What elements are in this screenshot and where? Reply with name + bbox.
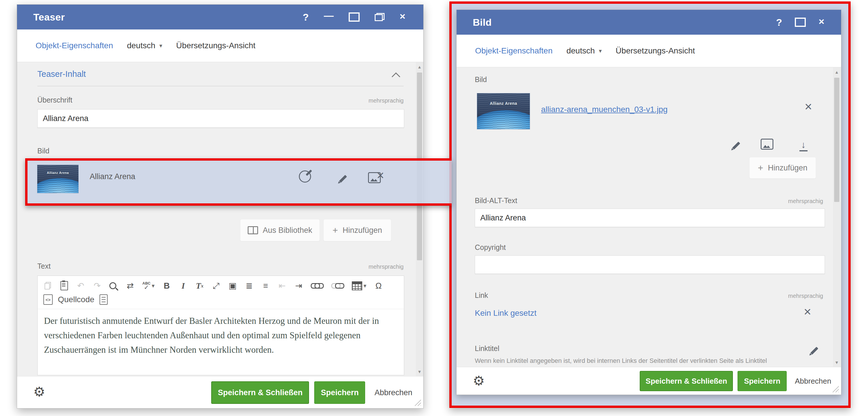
copyright-input[interactable] [475, 255, 825, 274]
scrollbar-thumb[interactable] [834, 78, 839, 202]
special-char-icon[interactable]: Ω [374, 280, 383, 291]
collapse-icon[interactable] [392, 72, 400, 81]
outdent-icon[interactable]: ⇤ [278, 280, 286, 291]
plus-icon: + [333, 225, 338, 236]
bullet-list-icon[interactable]: ≡ [261, 280, 270, 291]
image-thumbnail[interactable]: Allianz Arena [37, 165, 79, 193]
close-icon[interactable]: × [400, 11, 405, 21]
maximize-editor-icon[interactable]: ⤢ [212, 280, 220, 291]
locale-label: deutsch [566, 46, 595, 56]
add-image-button[interactable]: + Hinzufügen [323, 219, 391, 241]
section-teaser-inhalt[interactable]: Teaser-Inhalt [37, 69, 86, 79]
bild-footer: ⚙ Speichern & Schließen Speichern Abbrec… [457, 367, 841, 394]
remove-icon[interactable]: × [805, 100, 812, 113]
scroll-up-icon[interactable]: ▲ [416, 64, 423, 69]
unlink-icon[interactable] [331, 280, 344, 291]
scroll-up-icon[interactable]: ▲ [833, 70, 840, 74]
scroll-down-icon[interactable]: ▼ [416, 369, 423, 374]
tab-translation-view[interactable]: Übersetzungs-Ansicht [176, 41, 255, 50]
scrollbar-vertical[interactable]: ▲ ▼ [833, 67, 840, 367]
ueberschrift-value: Allianz Arena [43, 114, 89, 123]
annotation-dialog-frame: Bild ? × Objekt-Eigenschaften deutsch ▾ … [450, 1, 850, 408]
maximize-icon[interactable] [349, 12, 360, 22]
image-thumbnail[interactable]: Allianz Arena [477, 93, 530, 130]
thumbnail-caption: Allianz Arena [477, 101, 530, 106]
section-divider [37, 86, 404, 86]
bild-titlebar[interactable]: Bild ? × [457, 10, 841, 35]
detach-window-icon[interactable] [375, 13, 384, 21]
link-label: Link [475, 291, 488, 300]
alt-text-value: Allianz Arena [480, 213, 526, 222]
save-close-label: Speichern & Schließen [218, 388, 303, 397]
alt-text-label: Bild-ALT-Text [475, 197, 517, 205]
source-code-icon[interactable]: <> [43, 294, 53, 305]
teaser-titlebar[interactable]: Teaser ? — × [17, 5, 423, 30]
remove-icon[interactable]: × [377, 169, 384, 182]
remove-link-icon[interactable]: × [804, 305, 811, 318]
find-icon[interactable] [110, 280, 118, 291]
bild-form: Bild Allianz Arena allianz-arena_muenche… [457, 67, 841, 367]
scrollbar-vertical[interactable]: ▲ ▼ [416, 62, 423, 376]
maximize-icon[interactable] [795, 18, 806, 27]
ueberschrift-input[interactable]: Allianz Arena [37, 109, 404, 128]
indent-icon[interactable]: ⇥ [294, 280, 303, 291]
help-icon[interactable]: ? [776, 18, 782, 27]
templates-icon[interactable] [99, 294, 107, 305]
bold-icon[interactable]: B [162, 280, 171, 291]
rte-text-area[interactable]: Der futuristisch anmutende Entwurf der B… [38, 309, 404, 357]
close-icon[interactable]: × [818, 16, 824, 26]
gear-icon[interactable]: ⚙ [33, 385, 45, 398]
italic-icon[interactable]: I [179, 280, 187, 291]
locale-dropdown[interactable]: deutsch ▾ [566, 46, 602, 56]
link-status: Kein Link gesetzt [475, 309, 536, 318]
numbered-list-icon[interactable]: ≣ [245, 280, 253, 291]
tab-object-properties[interactable]: Objekt-Eigenschaften [36, 41, 113, 50]
multilingual-badge: mehrsprachig [369, 264, 404, 270]
alt-text-input[interactable]: Allianz Arena [475, 209, 825, 227]
source-code-label[interactable]: Quellcode [58, 295, 94, 304]
multilingual-badge: mehrsprachig [788, 198, 823, 205]
open-in-tab-icon[interactable] [299, 170, 311, 182]
richtext-editor: ↶ ↷ ⇄ ABC✓ ▾ B I Tx ⤢ ▣ ≣ ≡ ⇤ ⇥ ▾ [37, 276, 404, 375]
remove-format-icon[interactable]: Tx [195, 280, 204, 291]
edit-icon[interactable] [732, 142, 740, 150]
save-label: Speichern [321, 388, 359, 397]
replace-icon[interactable]: ⇄ [126, 280, 134, 291]
save-button[interactable]: Speichern [314, 381, 365, 404]
spellcheck-icon[interactable]: ABC✓ ▾ [142, 280, 155, 291]
locale-dropdown[interactable]: deutsch ▾ [127, 41, 162, 50]
link-icon[interactable] [311, 280, 323, 291]
redo-icon[interactable]: ↷ [93, 280, 101, 291]
copy-icon[interactable] [43, 280, 52, 291]
plus-icon: + [758, 163, 763, 173]
edit-link-icon[interactable] [810, 347, 818, 355]
image-filename-link[interactable]: allianz-arena_muenchen_03-v1.jpg [541, 105, 668, 114]
cancel-button[interactable]: Abbrechen [370, 388, 416, 397]
gear-icon[interactable]: ⚙ [473, 374, 485, 387]
undo-icon[interactable]: ↶ [76, 280, 85, 291]
library-book-icon [248, 226, 258, 234]
bild-label: Bild [37, 147, 50, 155]
download-icon[interactable]: ↓ [799, 140, 808, 151]
edit-icon[interactable] [339, 175, 347, 183]
save-close-button[interactable]: Speichern & Schließen [640, 371, 733, 391]
from-library-button[interactable]: Aus Bibliothek [240, 219, 320, 241]
thumbnail-caption: Allianz Arena [37, 171, 79, 174]
teaser-form: Teaser-Inhalt Überschrift mehrsprachig A… [17, 62, 423, 376]
ueberschrift-label: Überschrift [37, 96, 72, 104]
chevron-down-icon: ▾ [159, 42, 162, 49]
image-row-title: Allianz Arena [90, 172, 135, 181]
save-close-button[interactable]: Speichern & Schließen [211, 381, 309, 404]
table-icon[interactable]: ▾ [352, 280, 366, 291]
tab-object-properties[interactable]: Objekt-Eigenschaften [475, 46, 553, 56]
show-blocks-icon[interactable]: ▣ [228, 280, 237, 291]
save-button[interactable]: Speichern [738, 371, 787, 391]
image-preview-icon[interactable] [761, 139, 773, 150]
minimize-icon[interactable]: — [324, 10, 334, 20]
help-icon[interactable]: ? [303, 12, 309, 22]
tab-translation-view[interactable]: Übersetzungs-Ansicht [616, 46, 695, 56]
cancel-button[interactable]: Abbrechen [791, 377, 835, 386]
scroll-down-icon[interactable]: ▼ [833, 360, 840, 365]
add-image-button[interactable]: + Hinzufügen [749, 157, 816, 178]
paste-icon[interactable] [60, 280, 69, 291]
